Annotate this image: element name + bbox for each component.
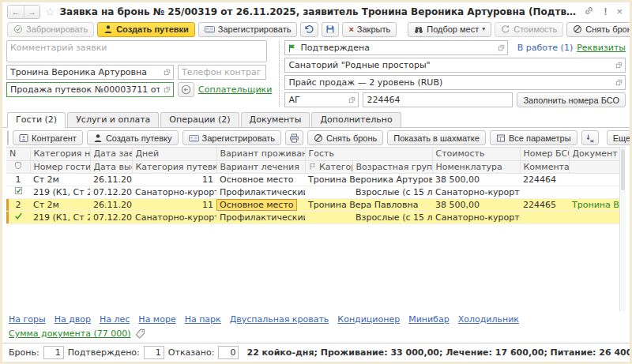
output-list-button[interactable]	[581, 130, 599, 145]
feature-link[interactable]: На лес	[100, 314, 130, 325]
book-button[interactable]: Забронировать	[7, 22, 94, 37]
col-age-group[interactable]: Возрастная группа	[352, 160, 432, 173]
cancel-bookings-button[interactable]: Снять брони	[566, 22, 632, 37]
get-link-icon[interactable]	[581, 6, 596, 18]
feature-link[interactable]: На горы	[9, 314, 46, 325]
booking-count-input[interactable]	[43, 346, 64, 359]
table-row-selected[interactable]: 2 Ст 2м 26.11.2025 11 Основное место Тро…	[6, 198, 619, 211]
choose-icon[interactable]	[615, 78, 623, 87]
col-guest[interactable]: Гость	[305, 148, 432, 160]
copayers-link[interactable]: Соплательщики	[198, 84, 272, 95]
applicant-field[interactable]	[6, 65, 174, 80]
open-order-button[interactable]	[178, 82, 194, 97]
bso-number-field[interactable]	[363, 92, 513, 107]
col-comment[interactable]: Комментарий	[520, 160, 569, 173]
counterparty-button[interactable]: Контрагент	[13, 130, 83, 145]
col-treatment[interactable]: Вариант лечения	[216, 160, 305, 173]
all-parameters-button[interactable]: Все параметры	[490, 130, 577, 145]
tab-services-payment[interactable]: Услуги и оплата	[67, 112, 159, 127]
table-row[interactable]: 1 Ст 2м 26.11.2025 11 Основное место Тро…	[6, 173, 619, 186]
document-sum-link[interactable]: Сумма документа (77 000)	[9, 328, 131, 339]
confirmed-count-input[interactable]	[144, 346, 164, 359]
undo-button[interactable]	[300, 22, 318, 37]
col-days[interactable]: Дней	[132, 148, 216, 160]
bso-series-field[interactable]	[284, 92, 359, 107]
table-more-button[interactable]: Еще ▾	[607, 130, 632, 145]
order-field[interactable]	[6, 82, 174, 97]
col-room[interactable]: Номер гостиницы	[30, 160, 90, 173]
col-room-category[interactable]: Категория номера	[30, 148, 90, 160]
close-window-icon[interactable]: ×	[614, 6, 625, 17]
requisites-link[interactable]: Реквизиты	[577, 43, 626, 53]
col-bso[interactable]: Номер БСО	[520, 148, 569, 160]
back-arrow-icon[interactable]: ←	[8, 6, 24, 18]
col-document[interactable]: Документ	[569, 148, 619, 160]
hotel-field[interactable]	[284, 58, 626, 73]
choose-icon[interactable]	[348, 96, 356, 104]
tab-guests[interactable]: Гости (2)	[7, 112, 66, 128]
cancel-booking-row-button[interactable]: Снять бронь	[307, 130, 383, 145]
col-date-out[interactable]: Дата выезда	[90, 160, 132, 173]
focused-cell[interactable]: Основное место	[216, 199, 297, 211]
cost-button[interactable]: Стоимость	[495, 22, 563, 37]
applicant-input[interactable]	[7, 67, 163, 77]
feature-link[interactable]: Минибар	[408, 314, 450, 325]
feature-link[interactable]: На двор	[55, 314, 91, 325]
phone-input[interactable]	[179, 67, 264, 77]
feature-link[interactable]: На море	[138, 314, 175, 325]
choose-icon[interactable]	[497, 43, 506, 52]
col-voucher-category[interactable]: Категория путевки	[132, 160, 216, 173]
col-date-in[interactable]: Дата заезда	[90, 148, 132, 160]
add-row-button[interactable]	[8, 131, 9, 144]
show-chessboard-button[interactable]: Показать в шахматке	[387, 130, 486, 145]
save-button[interactable]	[322, 22, 339, 37]
print-button[interactable]	[285, 130, 303, 145]
pricelist-field[interactable]	[284, 75, 626, 90]
feature-link[interactable]: Кондиционер	[337, 314, 400, 325]
request-comment-input[interactable]	[6, 40, 267, 62]
feature-link[interactable]: Двуспальная кровать	[230, 314, 329, 325]
col-nomenclature[interactable]: Номенклатура	[432, 160, 520, 173]
register-button[interactable]: Зарегистрировать	[198, 22, 298, 37]
tab-documents[interactable]: Документы	[241, 112, 310, 127]
feature-link[interactable]: Холодильник	[458, 314, 519, 325]
tab-additional[interactable]: Дополнительно	[311, 112, 401, 127]
form-splitter[interactable]	[279, 41, 280, 107]
col-stay-variant[interactable]: Вариант проживания	[216, 148, 305, 160]
register-row-button[interactable]: Зарегистрировать	[182, 130, 282, 145]
choose-icon[interactable]	[615, 61, 623, 69]
green-check-icon	[14, 212, 23, 220]
forward-arrow-icon[interactable]: →	[24, 6, 40, 18]
close-button[interactable]: × Закрыть	[342, 22, 397, 37]
pricelist-input[interactable]	[285, 77, 615, 88]
col-n[interactable]: N	[6, 148, 30, 160]
hotel-input[interactable]	[285, 60, 615, 70]
create-voucher-button[interactable]: Создать путевку	[87, 130, 179, 145]
table-row-selected[interactable]: 219 (К1, Ст 2м) 07.12.2025 Санаторно-кур…	[6, 211, 619, 223]
document-link[interactable]: Тронина Вера …	[572, 200, 619, 210]
bso-number-input[interactable]	[363, 95, 510, 105]
seat-selection-button[interactable]: Подбор мест ▾	[408, 22, 491, 37]
tab-operations[interactable]: Операции (2)	[160, 112, 239, 127]
feature-link[interactable]: На парк	[185, 314, 221, 325]
important-icon[interactable]: !	[601, 6, 609, 17]
col-shield[interactable]	[6, 160, 30, 173]
in-work-link[interactable]: В работе (1)	[517, 43, 574, 53]
bso-series-input[interactable]	[285, 95, 348, 105]
scrollbar-thumb[interactable]	[621, 149, 625, 190]
status-input[interactable]	[297, 43, 497, 53]
fill-bso-button[interactable]: Заполнить номера БСО	[517, 92, 626, 107]
choose-icon[interactable]	[163, 85, 171, 94]
declined-count-input[interactable]	[218, 346, 239, 359]
create-vouchers-button[interactable]: Создать путевки	[97, 22, 195, 37]
phone-field[interactable]	[178, 65, 266, 80]
feature-links: На горы На двор На лес На море На парк Д…	[2, 311, 630, 326]
status-field[interactable]	[284, 40, 508, 55]
table-row[interactable]: 219 (К1, Ст 2м) 07.12.2025 Санаторно-кур…	[6, 186, 619, 198]
vertical-scrollbar[interactable]	[619, 148, 626, 311]
col-cost[interactable]: Стоимость	[432, 148, 520, 160]
choose-icon[interactable]	[163, 68, 171, 77]
col-guest-category[interactable]: Категория гостя	[305, 160, 352, 173]
favorite-star-icon[interactable]: ☆	[45, 6, 55, 17]
order-input[interactable]	[7, 84, 163, 95]
